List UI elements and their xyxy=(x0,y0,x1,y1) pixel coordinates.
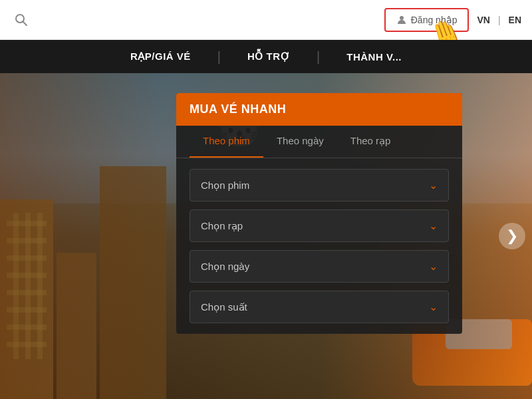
header: Đăng nhập VN | EN 🤚 xyxy=(0,0,532,40)
chon-ngay-dropdown[interactable]: Chọn ngày ⌄ xyxy=(190,250,449,283)
svg-point-2 xyxy=(400,16,404,20)
navbar: RẠP/GIÁ VÉ | HỖ TRỢ | THÀNH V... xyxy=(0,40,532,73)
header-right: Đăng nhập VN | EN xyxy=(384,8,521,32)
svg-line-1 xyxy=(23,21,27,25)
chon-rap-label: Chọn rạp xyxy=(201,220,243,232)
chon-suat-dropdown[interactable]: Chọn suất ⌄ xyxy=(190,291,449,323)
hero-next-button[interactable]: ❯ xyxy=(499,223,525,249)
chon-phim-label: Chọn phim xyxy=(201,180,249,192)
lang-en[interactable]: EN xyxy=(509,15,521,25)
quick-buy-title: MUA VÉ NHANH xyxy=(176,93,462,126)
chon-ngay-arrow: ⌄ xyxy=(429,260,438,273)
tab-theo-phim[interactable]: Theo phim xyxy=(190,126,263,158)
chon-rap-arrow: ⌄ xyxy=(429,219,438,232)
search-button[interactable] xyxy=(11,9,32,31)
nav-item-ho-tro[interactable]: HỖ TRỢ xyxy=(221,51,317,63)
chon-phim-dropdown[interactable]: Chọn phim ⌄ xyxy=(190,169,449,201)
search-icon xyxy=(15,13,28,27)
nav-item-thanh-vien[interactable]: THÀNH V... xyxy=(320,51,428,63)
lang-separator: | xyxy=(498,15,501,25)
hero-banner: 🐭 MUA VÉ NHANH Theo phim Theo ngày Theo … xyxy=(0,73,532,399)
quick-buy-panel: MUA VÉ NHANH Theo phim Theo ngày Theo rạ… xyxy=(176,93,462,334)
nav-item-rap-gia-ve[interactable]: RẠP/GIÁ VÉ xyxy=(104,51,217,63)
chon-phim-arrow: ⌄ xyxy=(429,179,438,192)
chon-suat-arrow: ⌄ xyxy=(429,301,438,313)
tab-theo-ngay[interactable]: Theo ngày xyxy=(263,126,337,158)
login-label: Đăng nhập xyxy=(411,15,458,25)
user-icon xyxy=(396,15,407,25)
chon-rap-dropdown[interactable]: Chọn rạp ⌄ xyxy=(190,209,449,242)
quick-buy-tabs: Theo phim Theo ngày Theo rạp xyxy=(176,126,462,158)
tab-theo-rap[interactable]: Theo rạp xyxy=(337,126,404,158)
lang-vn[interactable]: VN xyxy=(477,15,489,25)
chon-ngay-label: Chọn ngày xyxy=(201,261,249,273)
quick-buy-body: Chọn phim ⌄ Chọn rạp ⌄ Chọn ngày ⌄ Chọn … xyxy=(176,158,462,334)
chon-suat-label: Chọn suất xyxy=(201,301,247,313)
login-button[interactable]: Đăng nhập xyxy=(384,8,469,32)
